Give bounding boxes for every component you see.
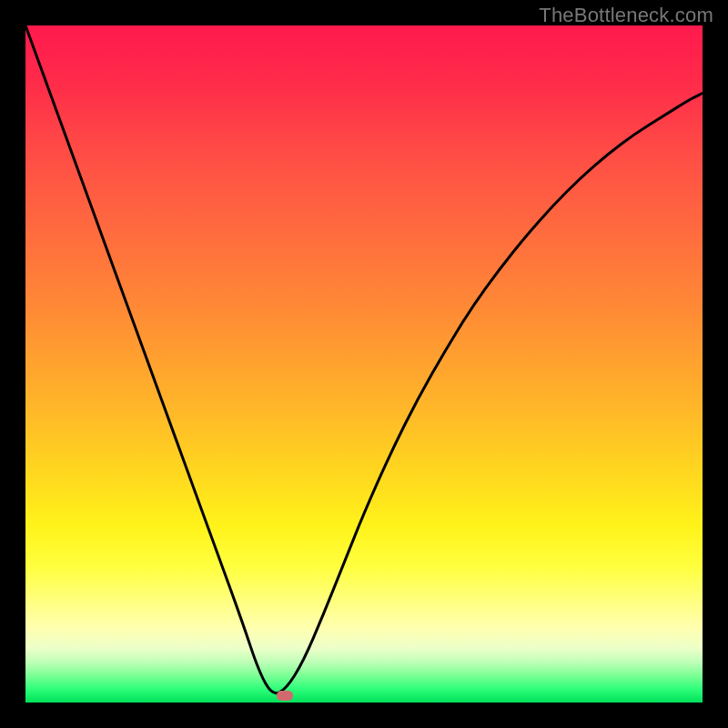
curve-svg (25, 25, 703, 703)
chart-frame: TheBottleneck.com (0, 0, 728, 728)
watermark-text: TheBottleneck.com (539, 4, 713, 27)
optimum-marker (277, 691, 293, 701)
bottleneck-curve (25, 25, 703, 693)
plot-area (25, 25, 703, 703)
